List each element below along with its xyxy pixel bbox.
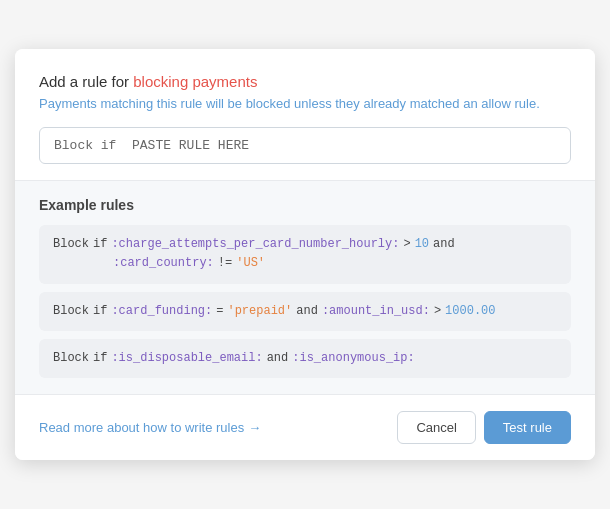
rule-input[interactable] [39,127,571,164]
examples-section: Example rules Block if :charge_attempts_… [15,180,595,394]
modal-header: Add a rule for blocking payments Payment… [15,49,595,127]
attr-disposable-email: :is_disposable_email: [111,349,262,368]
read-more-link[interactable]: Read more about how to write rules → [39,420,261,435]
test-rule-button[interactable]: Test rule [484,411,571,444]
cancel-button[interactable]: Cancel [397,411,475,444]
val-10: 10 [415,235,429,254]
and-keyword-2: and [296,302,318,321]
rule-input-area [15,127,595,180]
title-keyword: blocking payments [133,73,257,90]
example-rule-1-line2: :card_country: != 'US' [113,254,557,273]
read-more-text: Read more about how to write rules [39,420,244,435]
modal-subtitle: Payments matching this rule will be bloc… [39,96,571,111]
op-gt-2: > [434,302,441,321]
example-rule-3-line1: Block if :is_disposable_email: and :is_a… [53,349,557,368]
attr-card-funding: :card_funding: [111,302,212,321]
block-keyword: Block [53,235,89,254]
attr-card-country: :card_country: [113,254,214,273]
example-rule-2: Block if :card_funding: = 'prepaid' and … [39,292,571,331]
footer-buttons: Cancel Test rule [397,411,571,444]
example-rule-3: Block if :is_disposable_email: and :is_a… [39,339,571,378]
examples-title: Example rules [39,197,571,213]
op-neq: != [218,254,232,273]
attr-amount-usd: :amount_in_usd: [322,302,430,321]
modal-footer: Read more about how to write rules → Can… [15,394,595,460]
val-prepaid: 'prepaid' [227,302,292,321]
block-keyword-2: Block [53,302,89,321]
blocking-rule-modal: Add a rule for blocking payments Payment… [15,49,595,460]
attr-anonymous-ip: :is_anonymous_ip: [292,349,414,368]
if-keyword-3: if [93,349,107,368]
val-1000: 1000.00 [445,302,495,321]
attr-charge-attempts: :charge_attempts_per_card_number_hourly: [111,235,399,254]
if-keyword: if [93,235,107,254]
example-rule-1: Block if :charge_attempts_per_card_numbe… [39,225,571,283]
op-eq: = [216,302,223,321]
title-prefix: Add a rule for [39,73,133,90]
read-more-arrow: → [248,420,261,435]
val-us: 'US' [236,254,265,273]
block-keyword-3: Block [53,349,89,368]
modal-title: Add a rule for blocking payments [39,73,571,90]
example-rule-2-line1: Block if :card_funding: = 'prepaid' and … [53,302,557,321]
op-gt: > [403,235,410,254]
and-keyword: and [433,235,455,254]
and-keyword-3: and [267,349,289,368]
example-rule-1-line1: Block if :charge_attempts_per_card_numbe… [53,235,557,254]
if-keyword-2: if [93,302,107,321]
